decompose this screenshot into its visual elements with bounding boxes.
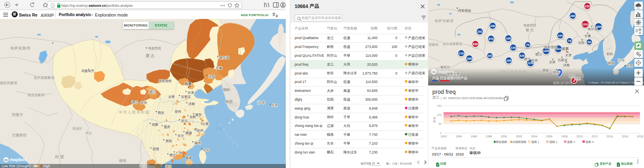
svg-text:385: 385 [467,57,472,60]
svg-text:2012: 2012 [592,135,598,138]
svg-text:150: 150 [437,104,442,107]
svg-text:1239: 1239 [527,62,534,64]
svg-text:1998: 1998 [486,135,492,138]
svg-text:139: 139 [511,46,516,50]
svg-text:2002: 2002 [516,135,522,138]
svg-text:283: 283 [570,14,576,18]
svg-text:2004: 2004 [531,135,537,138]
svg-text:mapbox: mapbox [10,157,27,162]
svg-text:104: 104 [558,34,563,37]
svg-text:50: 50 [438,122,442,125]
svg-text:56: 56 [588,40,591,44]
svg-text:105: 105 [506,37,511,40]
svg-text:1996: 1996 [471,135,477,138]
svg-text:70: 70 [526,43,530,47]
svg-text:1055: 1055 [595,25,602,28]
svg-text:65: 65 [488,54,492,58]
svg-text:2006: 2006 [546,135,553,138]
svg-text:1104: 1104 [555,48,561,50]
svg-text:1992: 1992 [440,135,447,138]
svg-text:209: 209 [506,59,512,62]
svg-text:220: 220 [585,4,590,8]
svg-text:280: 280 [490,24,495,28]
svg-text:78: 78 [568,39,572,43]
svg-text:630: 630 [473,42,478,46]
svg-text:2014: 2014 [607,135,613,138]
svg-text:0: 0 [440,132,442,135]
svg-text:281: 281 [477,30,483,33]
svg-text:2016: 2016 [622,135,628,138]
svg-text:2010: 2010 [576,135,583,138]
svg-text:100: 100 [437,114,442,116]
svg-text:1241: 1241 [582,23,588,26]
svg-text:mapbox: mapbox [438,69,454,74]
svg-text:1994: 1994 [456,135,462,138]
svg-text:2: 2 [573,79,575,83]
svg-text:525: 525 [520,54,525,58]
svg-text:m: m [4,158,8,162]
svg-text:2008: 2008 [561,135,568,138]
svg-text:1495: 1495 [543,50,549,52]
svg-text:2018: 2018 [637,135,643,138]
svg-text:i: i [52,4,54,8]
svg-text:210: 210 [459,52,464,55]
svg-text:2000: 2000 [501,135,507,138]
svg-text:876: 876 [489,37,494,41]
svg-text:m: m [432,70,435,74]
